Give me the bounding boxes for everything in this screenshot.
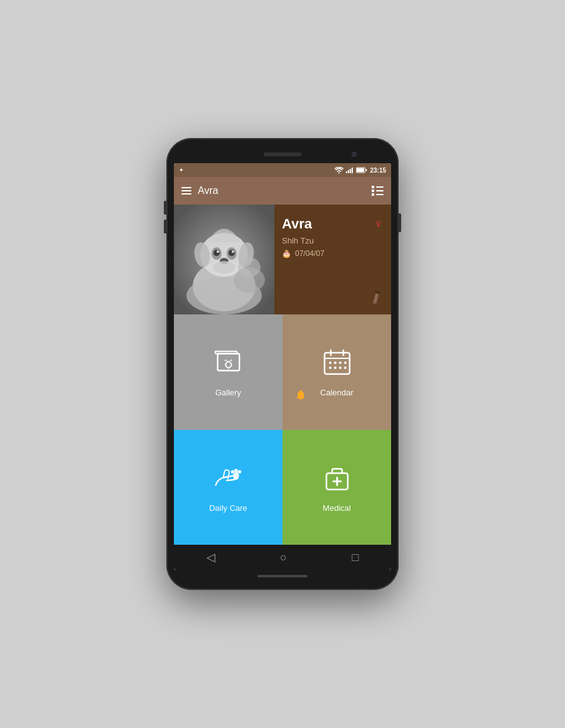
svg-point-36 bbox=[329, 367, 331, 369]
svg-point-42 bbox=[234, 469, 238, 473]
app-title: Avra bbox=[198, 185, 218, 196]
svg-rect-2 bbox=[348, 170, 349, 173]
notification-bell bbox=[294, 389, 308, 406]
pet-photo bbox=[174, 205, 274, 314]
svg-point-15 bbox=[213, 250, 220, 256]
gallery-tile[interactable]: Gallery bbox=[174, 314, 282, 430]
grid-menu: Gallery bbox=[174, 314, 391, 545]
svg-point-24 bbox=[238, 257, 261, 277]
recent-button[interactable]: □ bbox=[352, 551, 358, 564]
svg-point-32 bbox=[329, 361, 331, 364]
phone-device: ✦ bbox=[166, 138, 399, 590]
speaker bbox=[264, 153, 301, 156]
bottom-nav: ◁ ○ □ bbox=[174, 545, 391, 570]
pet-birthday: 🎂 07/04/07 bbox=[282, 249, 384, 258]
svg-point-38 bbox=[339, 367, 342, 369]
svg-rect-26 bbox=[215, 351, 237, 354]
status-bar: ✦ bbox=[174, 163, 391, 177]
pet-photo-svg bbox=[174, 205, 274, 314]
list-view-button[interactable] bbox=[372, 186, 384, 196]
svg-point-0 bbox=[338, 172, 340, 173]
svg-point-37 bbox=[334, 367, 336, 369]
svg-point-40 bbox=[233, 471, 239, 479]
svg-point-35 bbox=[344, 361, 347, 364]
svg-point-41 bbox=[230, 470, 234, 474]
phone-top-bar bbox=[174, 146, 391, 163]
app-bar: Avra bbox=[174, 177, 391, 205]
svg-point-39 bbox=[344, 367, 347, 369]
status-left: ✦ bbox=[179, 167, 184, 173]
profile-card: Avra ♀ Shih Tzu 🎂 07/04/07 bbox=[174, 205, 391, 314]
svg-point-16 bbox=[229, 250, 235, 256]
daily-care-label: Daily Care bbox=[209, 503, 247, 513]
status-time: 23:15 bbox=[370, 167, 386, 174]
svg-point-18 bbox=[232, 250, 234, 253]
medical-icon bbox=[321, 462, 353, 497]
app-bar-left: Avra bbox=[181, 185, 218, 196]
medical-tile[interactable]: Medical bbox=[282, 430, 391, 545]
home-indicator bbox=[257, 575, 308, 577]
phone-screen: ✦ bbox=[174, 163, 391, 570]
svg-point-17 bbox=[217, 250, 219, 253]
gallery-icon bbox=[213, 346, 244, 382]
svg-rect-7 bbox=[366, 169, 367, 171]
pet-name-row: Avra ♀ bbox=[282, 216, 384, 232]
pet-breed: Shih Tzu bbox=[282, 236, 384, 245]
calendar-icon bbox=[321, 346, 353, 382]
svg-rect-3 bbox=[350, 169, 351, 173]
calendar-label: Calendar bbox=[320, 388, 353, 397]
calendar-tile[interactable]: Calendar bbox=[282, 314, 391, 430]
hamburger-menu-button[interactable] bbox=[181, 187, 191, 195]
medical-label: Medical bbox=[323, 503, 351, 513]
android-icon: ✦ bbox=[179, 167, 184, 173]
power-button[interactable] bbox=[399, 213, 401, 232]
volume-down-button[interactable] bbox=[164, 220, 166, 233]
svg-point-34 bbox=[339, 361, 342, 364]
battery-icon bbox=[356, 167, 367, 173]
phone-bottom-bar bbox=[174, 570, 391, 582]
svg-rect-1 bbox=[346, 171, 347, 173]
svg-point-20 bbox=[213, 261, 235, 274]
svg-point-43 bbox=[237, 470, 241, 474]
gallery-label: Gallery bbox=[215, 388, 241, 397]
wifi-icon bbox=[335, 167, 343, 174]
status-right: 23:15 bbox=[335, 167, 386, 174]
front-camera bbox=[352, 152, 357, 157]
svg-rect-6 bbox=[357, 168, 364, 172]
back-button[interactable]: ◁ bbox=[207, 550, 215, 564]
daily-care-tile[interactable]: Daily Care bbox=[174, 430, 282, 545]
birthday-date: 07/04/07 bbox=[295, 249, 325, 258]
pet-name: Avra bbox=[282, 216, 312, 232]
svg-point-27 bbox=[300, 390, 302, 392]
volume-up-button[interactable] bbox=[164, 201, 166, 215]
daily-care-icon bbox=[213, 462, 244, 497]
gender-icon: ♀ bbox=[374, 216, 384, 232]
svg-rect-4 bbox=[352, 168, 353, 173]
svg-point-33 bbox=[334, 361, 336, 364]
content: Avra ♀ Shih Tzu 🎂 07/04/07 bbox=[174, 205, 391, 570]
signal-icon bbox=[346, 167, 353, 173]
home-button[interactable]: ○ bbox=[280, 551, 287, 564]
birthday-icon: 🎂 bbox=[282, 249, 291, 258]
